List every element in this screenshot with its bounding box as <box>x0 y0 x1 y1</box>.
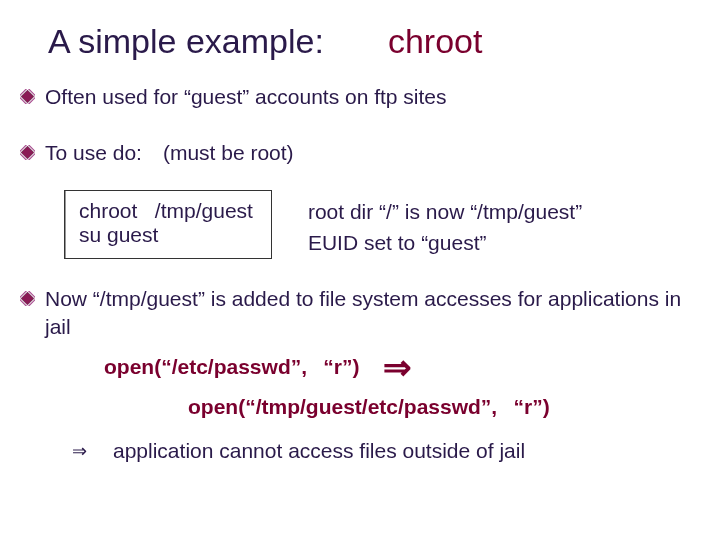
title-part1: A simple example: <box>48 22 324 61</box>
conclusion-row: ⇒ application cannot access files outsid… <box>72 439 694 463</box>
code-description: root dir “/” is now “/tmp/guest” EUID se… <box>308 190 582 259</box>
title-part2: chroot <box>388 22 483 61</box>
conclusion-text: application cannot access files outside … <box>113 439 525 463</box>
implies-arrow-icon: ⇒ <box>383 348 411 386</box>
open-call-2: open(“/tmp/guest/etc/passwd”, “r”) <box>188 395 694 419</box>
code-and-description: chroot /tmp/guest su guest root dir “/” … <box>64 190 694 259</box>
open-text: open(“/etc/passwd”, “r”) <box>104 355 381 378</box>
slide-title: A simple example: chroot <box>48 22 694 61</box>
diamond-bullet-icon <box>20 89 35 104</box>
open-call-1: open(“/etc/passwd”, “r”) ⇒ <box>104 347 694 387</box>
slide-body: A simple example: chroot Often used for … <box>0 0 720 483</box>
code-line: chroot /tmp/guest <box>79 199 253 222</box>
code-line: su guest <box>79 223 158 246</box>
bullet-item: Now “/tmp/guest” is added to file system… <box>20 285 694 342</box>
implies-arrow-icon: ⇒ <box>72 440 87 462</box>
desc-line: EUID set to “guest” <box>308 227 582 259</box>
bullet-text: Now “/tmp/guest” is added to file system… <box>45 285 694 342</box>
bullet-item: To use do: (must be root) <box>20 139 694 167</box>
diamond-bullet-icon <box>20 145 35 160</box>
bullet-text: Often used for “guest” accounts on ftp s… <box>45 83 447 111</box>
diamond-bullet-icon <box>20 291 35 306</box>
code-box: chroot /tmp/guest su guest <box>64 190 272 259</box>
desc-line: root dir “/” is now “/tmp/guest” <box>308 196 582 228</box>
bullet-text: To use do: (must be root) <box>45 139 294 167</box>
bullet-item: Often used for “guest” accounts on ftp s… <box>20 83 694 111</box>
